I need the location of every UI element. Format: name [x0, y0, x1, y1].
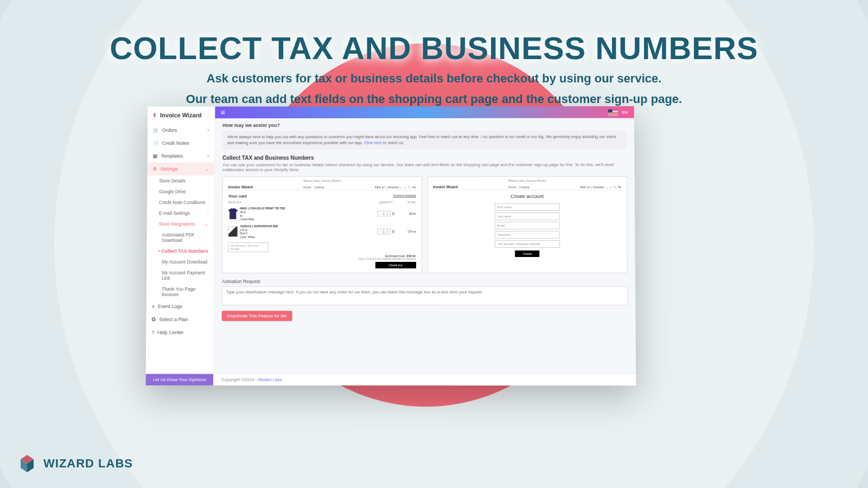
sidebar-item-templates[interactable]: ▦Templates› — [148, 150, 215, 163]
sidebar-logo: Invoice Wizard — [148, 106, 214, 124]
sub-store-details[interactable]: Store Details — [147, 176, 214, 187]
activation-message-input[interactable] — [222, 286, 628, 305]
create-button[interactable]: Create — [515, 251, 539, 257]
email-input[interactable]: Email — [495, 222, 560, 229]
sidebar-item-event-logs[interactable]: ≡Event Logs — [146, 300, 214, 313]
cart-icon: 🛒 — [153, 127, 159, 133]
main: ≡ BW How may we assist you? We're always… — [214, 106, 636, 386]
sidebar-item-help[interactable]: ?Help Center — [146, 326, 213, 339]
flag-us-icon[interactable] — [608, 109, 618, 115]
footer: Copyright ©2023 - Wizard Labs — [214, 374, 636, 386]
svg-marker-1 — [154, 115, 156, 118]
footer-link[interactable]: Wizard Labs — [258, 377, 282, 382]
hero-sub1: Ask customers for tax or business detail… — [0, 70, 868, 87]
preview-signup: Wizard Labs: Invoice Wizard Invoice Wiza… — [427, 176, 627, 273]
qty-stepper[interactable]: − 1 + — [377, 229, 391, 234]
sub-auto-pdf[interactable]: Automated PDF Download — [146, 229, 214, 246]
assist-box: We're always here to help you out with a… — [222, 131, 627, 150]
product-image — [228, 226, 238, 237]
trash-icon[interactable]: 🗑 — [392, 230, 395, 233]
assist-title: How may we assist you? — [222, 123, 627, 128]
help-icon: ? — [151, 330, 154, 335]
password-input[interactable]: Password — [495, 231, 560, 239]
avatar[interactable]: BW — [621, 108, 629, 116]
cart-row: NIKE | CRACKLE PRINT TB TEE40 krMOcean B… — [226, 205, 418, 223]
tax-number-input[interactable]: TAX Number / Business Number — [228, 242, 269, 252]
deactivate-button[interactable]: Deactivate This Feature for Me — [222, 311, 292, 321]
preview-cart: Wizard Labs: Invoice Wizard Invoice Wiza… — [222, 176, 422, 273]
section-desc: You can ask your customers for tax or bu… — [222, 162, 627, 172]
document-icon: 📄 — [153, 140, 159, 146]
assist-link[interactable]: Click here — [364, 140, 382, 145]
sub-integrations[interactable]: Store Integrations⌄ — [147, 219, 214, 229]
template-icon: ▦ — [153, 153, 158, 159]
hero-title: COLLECT TAX AND BUSINESS NUMBERS — [0, 30, 868, 66]
plan-icon: ✪ — [151, 317, 156, 322]
sidebar-item-credit-notes[interactable]: 📄Credit Notes — [148, 137, 215, 150]
logo-icon — [152, 112, 157, 118]
continue-shopping-link[interactable]: Continue shopping — [393, 194, 416, 198]
topbar: ≡ BW — [215, 106, 634, 118]
trash-icon[interactable]: 🗑 — [392, 212, 395, 215]
search-icon: ⌕ — [610, 185, 612, 189]
chevron-down-icon: ⌄ — [204, 221, 208, 227]
user-icon: ⚇ — [614, 185, 616, 189]
sidebar: Invoice Wizard 🛒Orders› 📄Credit Notes ▦T… — [146, 106, 215, 385]
sub-collect-tax[interactable]: • Collect TAX Numbers — [146, 246, 214, 256]
sub-email[interactable]: E-mail Settings — [147, 208, 214, 219]
qty-stepper[interactable]: − 1 + — [377, 211, 391, 216]
sub-google-drive[interactable]: Google Drive — [147, 186, 214, 197]
activation-title: Activation Request — [222, 279, 628, 284]
brand-logo: WIZARD LABS — [16, 453, 133, 474]
bag-icon: 🛍 — [618, 185, 621, 189]
gear-icon: ⚙ — [152, 166, 157, 172]
bag-icon: 🛍 — [412, 185, 416, 189]
first-name-input[interactable]: First name — [495, 203, 560, 211]
chevron-right-icon: › — [207, 153, 209, 159]
sidebar-item-select-plan[interactable]: ✪Select a Plan — [146, 313, 213, 326]
sub-my-download[interactable]: My Account Download — [146, 256, 214, 267]
sub-my-payment[interactable]: My Account Payment Link — [146, 267, 214, 284]
last-name-input[interactable]: Last name — [495, 213, 560, 220]
tax-number-input[interactable]: TAX Number / Business Number — [495, 240, 560, 248]
chevron-down-icon: ⌄ — [205, 166, 209, 172]
sidebar-item-settings[interactable]: ⚙Settings⌄ — [147, 163, 214, 176]
sub-credit-cond[interactable]: Credit Note Conditions — [147, 197, 214, 208]
hero-sub2: Our team can add text fields on the shop… — [0, 91, 868, 107]
checkout-button[interactable]: Check out — [375, 262, 416, 268]
product-image — [228, 209, 238, 220]
sidebar-item-orders[interactable]: 🛒Orders› — [148, 124, 214, 137]
hamburger-icon[interactable]: ≡ — [220, 108, 225, 117]
sidebar-feedback-button[interactable]: Let Us Know Your Opinions — [146, 374, 213, 386]
section-title: Collect TAX and Business Numbers — [222, 155, 627, 160]
sub-thankyou[interactable]: Thank You Page Invoices — [146, 284, 214, 300]
list-icon: ≡ — [152, 304, 155, 309]
hero: COLLECT TAX AND BUSINESS NUMBERS Ask cus… — [0, 30, 868, 107]
chevron-right-icon: › — [207, 127, 209, 133]
logo-icon — [16, 453, 38, 474]
cart-row: ADIDAS | SUPERSTAR 80S170 krSize 5Color:… — [226, 223, 418, 241]
user-icon: ⚇ — [408, 185, 411, 189]
app-window: Invoice Wizard 🛒Orders› 📄Credit Notes ▦T… — [146, 106, 636, 386]
search-icon: ⌕ — [404, 185, 406, 189]
